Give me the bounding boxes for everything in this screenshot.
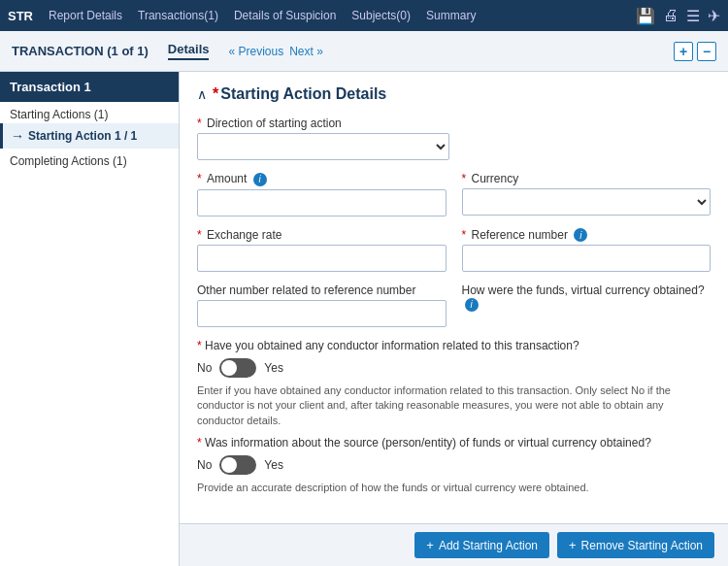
prev-btn[interactable]: « Previous — [228, 45, 283, 58]
save-icon[interactable]: 💾 — [636, 7, 655, 25]
conductor-section: * Have you obtained any conductor inform… — [197, 339, 711, 428]
content-area: ∧ *Starting Action Details * Direction o… — [180, 72, 728, 566]
other-number-group: Other number related to reference number — [197, 283, 447, 327]
sidebar: Transaction 1 Starting Actions (1) → Sta… — [0, 72, 180, 566]
amount-currency-row: * Amount i * Currency — [197, 172, 711, 216]
conductor-toggle-row: No Yes — [197, 358, 711, 378]
add-starting-action-button[interactable]: + Add Starting Action — [414, 532, 549, 558]
nav-report-details[interactable]: Report Details — [49, 9, 122, 22]
nav-summary[interactable]: Summary — [426, 9, 476, 22]
conductor-question: * Have you obtained any conductor inform… — [197, 339, 711, 352]
currency-label: * Currency — [462, 172, 711, 185]
funds-info-icon[interactable]: i — [465, 298, 479, 312]
required-star: * — [213, 85, 218, 102]
source-helper-text: Provide an accurate description of how t… — [197, 481, 711, 495]
conductor-yes-label: Yes — [264, 361, 283, 375]
arrow-icon: → — [11, 128, 24, 144]
currency-select[interactable] — [462, 188, 711, 216]
conductor-no-label: No — [197, 361, 212, 375]
reference-number-group: * Reference number i — [462, 228, 711, 273]
main-layout: Transaction 1 Starting Actions (1) → Sta… — [0, 72, 728, 566]
header-right-btns: + − — [674, 42, 716, 61]
other-number-input[interactable] — [197, 300, 447, 327]
conductor-track — [219, 358, 256, 378]
sidebar-starting-action-item[interactable]: → Starting Action 1 / 1 — [0, 123, 179, 149]
expand-btn[interactable]: + — [674, 42, 693, 61]
source-thumb — [221, 457, 237, 473]
direction-select[interactable] — [197, 133, 449, 160]
direction-row: * Direction of starting action — [197, 117, 711, 160]
conductor-toggle[interactable] — [219, 358, 256, 378]
transaction-header: TRANSACTION (1 of 1) Details « Previous … — [0, 31, 728, 72]
nav-details-of-suspicion[interactable]: Details of Suspicion — [234, 9, 336, 22]
nav-arrows: « Previous Next » — [228, 45, 322, 58]
next-btn[interactable]: Next » — [289, 45, 323, 58]
nav-subjects[interactable]: Subjects(0) — [351, 9, 411, 22]
bottom-bar: + Add Starting Action + Remove Starting … — [180, 523, 728, 566]
remove-starting-action-button[interactable]: + Remove Starting Action — [557, 532, 714, 558]
other-funds-row: Other number related to reference number… — [197, 283, 711, 327]
print-icon[interactable]: 🖨 — [663, 7, 678, 24]
section-header: ∧ *Starting Action Details — [197, 85, 711, 103]
source-toggle[interactable] — [219, 455, 256, 475]
amount-group: * Amount i — [197, 172, 447, 216]
exchange-rate-label: * Exchange rate — [197, 228, 447, 242]
section-collapse-btn[interactable]: ∧ — [197, 86, 207, 102]
other-number-label: Other number related to reference number — [197, 283, 447, 297]
top-nav: STR Report Details Transactions(1) Detai… — [0, 0, 728, 31]
sidebar-starting-actions-label[interactable]: Starting Actions (1) — [0, 102, 179, 123]
sidebar-active-item-label: Starting Action 1 / 1 — [28, 129, 137, 143]
currency-group: * Currency — [462, 172, 711, 216]
section-title: *Starting Action Details — [213, 85, 386, 103]
amount-label: * Amount i — [197, 172, 447, 186]
collapse-btn[interactable]: − — [697, 42, 716, 61]
sidebar-section-header: Transaction 1 — [0, 72, 179, 102]
exchange-reference-row: * Exchange rate * Reference number i — [197, 228, 711, 273]
exchange-rate-input[interactable] — [197, 245, 447, 272]
reference-number-label: * Reference number i — [462, 228, 711, 243]
conductor-helper-text: Enter if you have obtained any conductor… — [197, 383, 711, 428]
nav-icons: 💾 🖨 ☰ ✈ — [636, 7, 720, 25]
checklist-icon[interactable]: ☰ — [686, 7, 700, 25]
source-track — [219, 455, 256, 475]
reference-info-icon[interactable]: i — [574, 228, 587, 242]
amount-info-icon[interactable]: i — [253, 173, 267, 186]
source-toggle-row: No Yes — [197, 455, 711, 475]
funds-obtained-group: How were the funds, virtual currency obt… — [462, 283, 711, 327]
details-tab[interactable]: Details — [168, 42, 210, 60]
reference-number-input[interactable] — [462, 245, 711, 272]
remove-icon: + — [569, 538, 577, 552]
source-section: * Was information about the source (pers… — [197, 436, 711, 495]
direction-label: * Direction of starting action — [197, 117, 711, 130]
send-icon[interactable]: ✈ — [708, 7, 720, 25]
exchange-rate-group: * Exchange rate — [197, 228, 447, 273]
transaction-title: TRANSACTION (1 of 1) — [12, 44, 149, 58]
str-label: STR — [8, 9, 33, 23]
amount-input[interactable] — [197, 189, 447, 216]
conductor-thumb — [221, 360, 237, 376]
source-question: * Was information about the source (pers… — [197, 436, 711, 449]
funds-obtained-label: How were the funds, virtual currency obt… — [462, 283, 711, 312]
source-yes-label: Yes — [264, 458, 283, 472]
add-icon: + — [426, 538, 434, 552]
sidebar-completing-actions-label[interactable]: Completing Actions (1) — [0, 149, 179, 170]
nav-transactions[interactable]: Transactions(1) — [138, 9, 218, 22]
source-no-label: No — [197, 458, 212, 472]
